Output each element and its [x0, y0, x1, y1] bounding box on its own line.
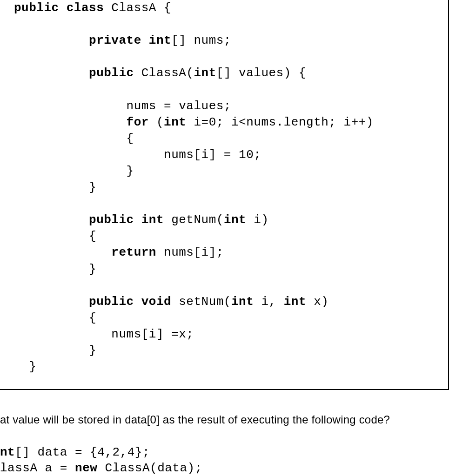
code-line: getNum( [164, 213, 224, 227]
code-line: nums[i]; [156, 245, 224, 259]
code-line: return [14, 245, 156, 259]
snippet-line: nt [0, 445, 15, 459]
code-line: { [14, 132, 134, 145]
code-line: int [224, 213, 246, 227]
code-line: ClassA( [134, 66, 194, 80]
code-line: { [14, 311, 96, 325]
code-line: setNum( [171, 295, 231, 309]
code-line: i, [254, 295, 283, 309]
code-line: public void [14, 295, 171, 309]
code-line: nums[i] = 10; [14, 148, 261, 162]
code-listing: public class ClassA { private int[] nums… [0, 0, 448, 380]
question-text: at value will be stored in data[0] as th… [0, 413, 449, 426]
snippet-line: ClassA(data); [97, 461, 202, 475]
code-line: i) [246, 213, 268, 227]
code-line: private int [14, 33, 171, 47]
code-line: nums[i] =x; [14, 327, 194, 341]
code-line: int [231, 295, 254, 309]
code-line: } [14, 164, 134, 178]
code-line: int [164, 115, 186, 129]
code-line: int [194, 66, 216, 80]
code-line: [] nums; [171, 33, 231, 47]
code-line: { [14, 229, 96, 243]
code-line: public class [14, 1, 104, 15]
code-line: public int [14, 213, 164, 227]
code-line: } [14, 262, 96, 276]
code-line: } [14, 180, 96, 194]
code-line: ClassA { [104, 1, 171, 15]
code-line: } [14, 344, 96, 357]
code-snippet: nt[] data = {4,2,4}; lassA a = new Class… [0, 445, 449, 476]
code-line: int [284, 295, 306, 309]
code-line: x) [306, 295, 328, 309]
code-line: ( [149, 115, 164, 129]
code-line: nums = values; [14, 99, 231, 113]
snippet-line: lassA a = [0, 461, 75, 475]
code-line: } [14, 360, 36, 374]
code-line: i=0; i<nums.length; i++) [186, 115, 374, 129]
snippet-line: [] data = {4,2,4}; [15, 445, 150, 459]
code-line: public [14, 66, 134, 80]
code-box: public class ClassA { private int[] nums… [0, 0, 449, 390]
code-line: [] values) { [216, 66, 306, 80]
code-line: for [14, 115, 149, 129]
snippet-line: new [75, 461, 97, 475]
